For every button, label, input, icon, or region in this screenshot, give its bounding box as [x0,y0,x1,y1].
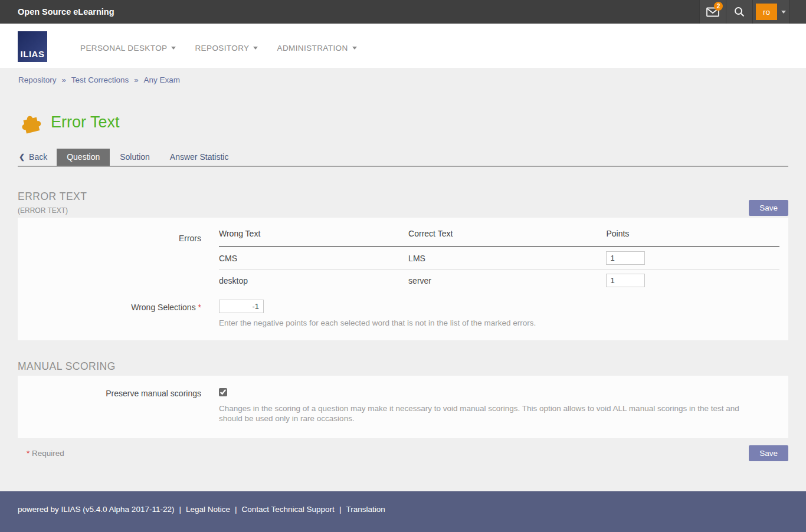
breadcrumb-repository[interactable]: Repository [18,75,57,84]
mail-badge: 2 [714,2,723,11]
wrong-text-cell: desktop [219,270,408,292]
save-button-bottom[interactable]: Save [749,445,788,461]
error-text-form-panel: Errors Wrong Text Correct Text Points CM… [18,218,788,340]
tab-solution[interactable]: Solution [110,149,160,166]
breadcrumb-separator: » [62,75,66,84]
points-input-row1[interactable] [606,251,645,265]
errors-table: Wrong Text Correct Text Points CMS LMS d… [219,222,779,291]
tab-bar: ❮ Back Question Solution Answer Statisti… [18,149,788,167]
translation-link[interactable]: Translation [346,505,385,514]
nav-personal-desktop[interactable]: PERSONAL DESKTOP [80,39,176,57]
top-bar: Open Source eLearning 2 ro [0,0,806,24]
table-row: desktop server [219,270,779,292]
ilias-logo[interactable]: ILIAS [18,31,47,62]
wrong-selections-label: Wrong Selections * [18,300,201,329]
required-note: * Required [27,449,64,458]
mail-button[interactable]: 2 [699,0,726,24]
breadcrumb-separator: » [134,75,138,84]
wrong-text-cell: CMS [219,247,408,270]
column-header-wrong-text: Wrong Text [219,222,408,247]
main-nav: PERSONAL DESKTOP REPOSITORY ADMINISTRATI… [80,39,357,57]
page-footer: powered by ILIAS (v5.4.0 Alpha 2017-11-2… [0,491,806,532]
footer-separator: | [179,505,181,514]
manual-scoring-panel: Preserve manual scorings Changes in the … [18,376,788,438]
search-button[interactable] [726,0,752,24]
breadcrumb: Repository » Test Corrections » Any Exam [0,68,806,91]
wrong-selections-row: Wrong Selections * Enter the negative po… [18,300,788,329]
footer-separator: | [339,505,342,514]
user-avatar: ro [756,4,777,20]
breadcrumb-any-exam[interactable]: Any Exam [144,75,181,84]
chevron-down-icon [781,11,786,14]
powered-by-text: powered by ILIAS (v5.4.0 Alpha 2017-11-2… [18,505,174,514]
main-header: ILIAS PERSONAL DESKTOP REPOSITORY ADMINI… [0,24,806,68]
wrong-selections-help: Enter the negative points for each selec… [219,318,779,329]
search-icon [733,6,745,18]
puzzle-piece-icon [18,110,44,134]
footer-separator: | [235,505,237,514]
correct-text-cell: LMS [408,247,606,270]
column-header-points: Points [606,222,779,247]
contact-support-link[interactable]: Contact Technical Support [242,505,335,514]
tab-answer-statistic[interactable]: Answer Statistic [160,149,239,166]
preserve-manual-scorings-checkbox[interactable] [219,388,227,396]
page-title-row: Error Text [18,110,788,134]
breadcrumb-test-corrections[interactable]: Test Corrections [71,75,129,84]
errors-row: Errors Wrong Text Correct Text Points CM… [18,222,788,291]
topbar-actions: 2 ro [699,0,806,24]
table-row: CMS LMS [219,247,779,270]
manual-scoring-section-head: MANUAL SCORING [18,360,788,373]
back-button[interactable]: ❮ Back [18,152,57,166]
tab-question[interactable]: Question [57,149,110,166]
chevron-down-icon [352,47,357,50]
chevron-down-icon [253,47,258,50]
section-title: ERROR TEXT [18,191,788,203]
required-asterisk: * [27,449,30,458]
legal-notice-link[interactable]: Legal Notice [186,505,230,514]
points-input-row2[interactable] [606,274,645,287]
preserve-manual-scorings-label: Preserve manual scorings [18,388,201,424]
section-title: MANUAL SCORING [18,360,788,373]
form-footer-bar: * Required Save [18,445,788,461]
topbar-end-spacer [789,0,806,24]
error-text-section-head: ERROR TEXT (ERROR TEXT) Save [18,191,788,215]
preserve-manual-scorings-row: Preserve manual scorings Changes in the … [18,388,788,424]
page-title: Error Text [51,113,120,132]
nav-administration[interactable]: ADMINISTRATION [277,39,356,57]
section-subtitle: (ERROR TEXT) [18,206,788,215]
user-menu-button[interactable]: ro [752,0,789,24]
wrong-selections-input[interactable] [219,300,264,313]
correct-text-cell: server [408,270,606,292]
page-content: Error Text ❮ Back Question Solution Answ… [0,110,806,461]
save-button-top[interactable]: Save [749,200,788,216]
chevron-down-icon [171,47,176,50]
required-asterisk: * [198,303,201,312]
manual-scoring-help: Changes in the scoring of a question may… [219,403,753,424]
chevron-left-icon: ❮ [19,153,25,161]
errors-label: Errors [18,222,201,291]
app-title: Open Source eLearning [18,7,114,17]
nav-repository[interactable]: REPOSITORY [195,39,258,57]
column-header-correct-text: Correct Text [408,222,606,247]
